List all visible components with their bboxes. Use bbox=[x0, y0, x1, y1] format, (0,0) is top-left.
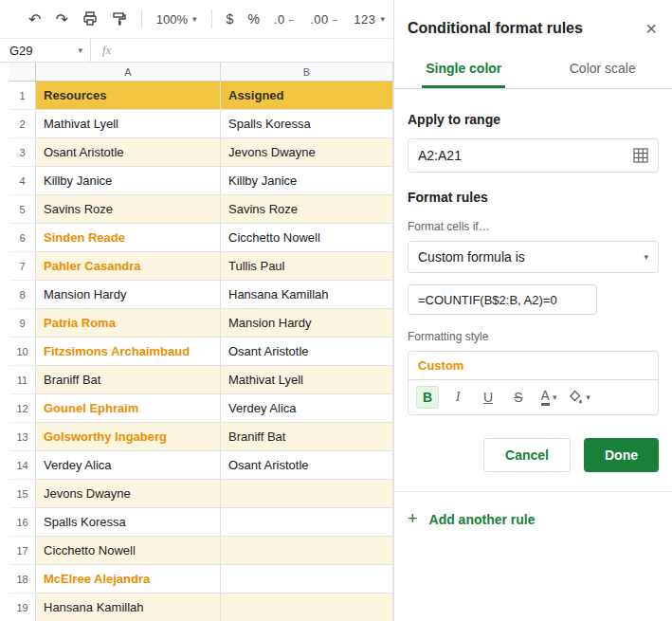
cell-A3[interactable]: Osant Aristotle bbox=[36, 138, 221, 167]
row-header-7[interactable]: 7 bbox=[9, 252, 36, 281]
cell-B10[interactable]: Osant Aristotle bbox=[221, 338, 393, 366]
row-header-11[interactable]: 11 bbox=[9, 366, 36, 394]
range-input[interactable]: A2:A21 bbox=[408, 138, 659, 173]
add-another-rule-button[interactable]: + Add another rule bbox=[394, 492, 672, 546]
column-header-B[interactable]: B bbox=[221, 63, 393, 82]
cell-B17[interactable] bbox=[221, 537, 393, 565]
row-header-9[interactable]: 9 bbox=[9, 309, 36, 338]
done-button[interactable]: Done bbox=[584, 438, 659, 472]
panel-body: Apply to range A2:A21 Format rules Forma… bbox=[394, 89, 672, 472]
sheet-row: 16Spalls Koressa bbox=[9, 508, 393, 537]
zoom-select[interactable]: 100%▾ bbox=[156, 12, 197, 27]
cell-A17[interactable]: Cicchetto Nowell bbox=[36, 537, 221, 565]
condition-select[interactable]: Custom formula is ▾ bbox=[408, 241, 659, 273]
name-box[interactable]: G29 ▾ bbox=[0, 39, 91, 62]
row-header-10[interactable]: 10 bbox=[9, 338, 36, 366]
panel-title: Conditional format rules bbox=[408, 20, 583, 37]
row-header-6[interactable]: 6 bbox=[9, 224, 36, 252]
cell-B6[interactable]: Cicchetto Nowell bbox=[221, 224, 393, 252]
cell-A7[interactable]: Pahler Casandra bbox=[36, 252, 221, 281]
apply-to-range-heading: Apply to range bbox=[408, 112, 659, 127]
cell-A16[interactable]: Spalls Koressa bbox=[36, 508, 221, 537]
cell-A9[interactable]: Patria Roma bbox=[36, 309, 221, 338]
row-header-16[interactable]: 16 bbox=[9, 508, 36, 537]
cell-B3[interactable]: Jevons Dwayne bbox=[221, 138, 393, 167]
row-header-5[interactable]: 5 bbox=[9, 195, 36, 224]
cell-A18[interactable]: McElree Alejandra bbox=[36, 565, 221, 594]
cell-B4[interactable]: Killby Janice bbox=[221, 167, 393, 195]
row-header-3[interactable]: 3 bbox=[9, 138, 36, 167]
cell-A11[interactable]: Braniff Bat bbox=[36, 366, 221, 394]
sheet-row: 4Killby JaniceKillby Janice bbox=[9, 167, 393, 195]
cell-B7[interactable]: Tullis Paul bbox=[221, 252, 393, 281]
row-header-13[interactable]: 13 bbox=[9, 423, 36, 451]
row-header-12[interactable]: 12 bbox=[9, 394, 36, 423]
cell-A10[interactable]: Fitzsimons Archaimbaud bbox=[36, 338, 221, 366]
cell-B11[interactable]: Mathivat Lyell bbox=[221, 366, 393, 394]
undo-icon[interactable]: ↶ bbox=[28, 10, 41, 28]
active-cell-reference: G29 bbox=[9, 44, 33, 58]
row-header-18[interactable]: 18 bbox=[9, 565, 36, 594]
cell-A5[interactable]: Savins Roze bbox=[36, 195, 221, 224]
cell-B14[interactable]: Osant Aristotle bbox=[221, 451, 393, 480]
cell-B18[interactable] bbox=[221, 565, 393, 594]
sheet-row: 11Braniff BatMathivat Lyell bbox=[9, 366, 393, 394]
cell-B13[interactable]: Braniff Bat bbox=[221, 423, 393, 451]
column-headers: A B bbox=[9, 63, 393, 82]
formula-input[interactable]: =COUNTIF(B$2:B, A2)=0 bbox=[408, 284, 597, 315]
cell-A19[interactable]: Hansana Kamillah bbox=[36, 594, 221, 621]
cell-A4[interactable]: Killby Janice bbox=[36, 167, 221, 195]
row-header-15[interactable]: 15 bbox=[9, 480, 36, 508]
print-icon[interactable] bbox=[82, 11, 98, 27]
fill-color-button[interactable]: ▾ bbox=[568, 386, 590, 409]
decrease-decimal-button[interactable]: .0← bbox=[274, 12, 296, 27]
row-header-4[interactable]: 4 bbox=[9, 167, 36, 195]
number-format-menu[interactable]: 123▾ bbox=[354, 12, 385, 27]
cell-B15[interactable] bbox=[221, 480, 393, 508]
cancel-button[interactable]: Cancel bbox=[483, 438, 571, 472]
cell-A6[interactable]: Sinden Reade bbox=[36, 224, 221, 252]
cell-A14[interactable]: Verdey Alica bbox=[36, 451, 221, 480]
italic-button[interactable]: I bbox=[446, 386, 469, 409]
sheet-row: 19Hansana Kamillah bbox=[9, 594, 393, 621]
paint-format-icon[interactable] bbox=[112, 11, 127, 27]
chevron-down-icon: ▾ bbox=[644, 252, 648, 262]
cell-B12[interactable]: Verdey Alica bbox=[221, 394, 393, 423]
cell-A12[interactable]: Gounel Ephraim bbox=[36, 394, 221, 423]
underline-button[interactable]: U bbox=[477, 386, 499, 409]
cell-B2[interactable]: Spalls Koressa bbox=[221, 110, 393, 138]
close-icon[interactable]: × bbox=[645, 19, 657, 38]
bold-button[interactable]: B bbox=[416, 386, 439, 409]
increase-decimal-button[interactable]: .00→ bbox=[310, 12, 339, 27]
cell-B1[interactable]: Assigned bbox=[221, 82, 393, 110]
percent-format-button[interactable]: % bbox=[247, 11, 259, 27]
strikethrough-button[interactable]: S bbox=[507, 386, 530, 409]
select-range-icon[interactable] bbox=[633, 148, 648, 163]
row-header-2[interactable]: 2 bbox=[9, 110, 36, 138]
condition-value: Custom formula is bbox=[418, 249, 525, 265]
cell-B16[interactable] bbox=[221, 508, 393, 537]
cell-B5[interactable]: Savins Roze bbox=[221, 195, 393, 224]
cell-A15[interactable]: Jevons Dwayne bbox=[36, 480, 221, 508]
panel-header: Conditional format rules × bbox=[394, 0, 672, 53]
row-header-17[interactable]: 17 bbox=[9, 537, 36, 565]
tab-color-scale[interactable]: Color scale bbox=[534, 53, 672, 88]
row-header-1[interactable]: 1 bbox=[9, 82, 36, 110]
cell-A1[interactable]: Resources bbox=[36, 82, 221, 110]
cell-B19[interactable] bbox=[221, 594, 393, 621]
text-color-button[interactable]: A ▾ bbox=[537, 386, 560, 409]
cell-A2[interactable]: Mathivat Lyell bbox=[36, 110, 221, 138]
tab-single-color[interactable]: Single color bbox=[394, 53, 534, 88]
redo-icon[interactable]: ↷ bbox=[55, 10, 67, 28]
cell-B9[interactable]: Mansion Hardy bbox=[221, 309, 393, 338]
currency-format-button[interactable]: $ bbox=[227, 11, 234, 27]
row-header-8[interactable]: 8 bbox=[9, 281, 36, 309]
fx-icon[interactable]: fx bbox=[102, 43, 111, 58]
cell-A13[interactable]: Golsworthy Ingaberg bbox=[36, 423, 221, 451]
cell-A8[interactable]: Mansion Hardy bbox=[36, 281, 221, 309]
cell-B8[interactable]: Hansana Kamillah bbox=[221, 281, 393, 309]
row-header-19[interactable]: 19 bbox=[9, 594, 36, 621]
row-header-14[interactable]: 14 bbox=[9, 451, 36, 480]
select-all-corner[interactable] bbox=[9, 63, 36, 82]
column-header-A[interactable]: A bbox=[36, 63, 221, 82]
